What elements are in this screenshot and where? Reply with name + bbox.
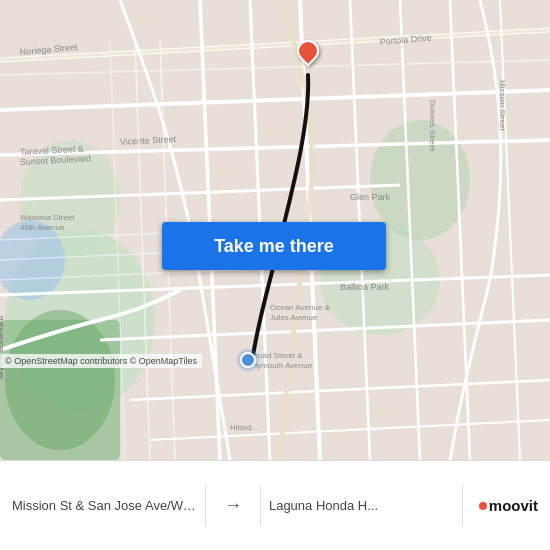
destination-pin bbox=[297, 40, 319, 62]
moovit-dot-icon bbox=[479, 502, 487, 510]
svg-text:Plymouth Avenue: Plymouth Avenue bbox=[250, 361, 313, 370]
map-area: Noriega Street Taraval Street & Sunset B… bbox=[0, 0, 550, 460]
direction-arrow-icon: → bbox=[224, 495, 242, 516]
bottom-bar: Mission St & San Jose Ave/Wel... → Lagun… bbox=[0, 460, 550, 550]
moovit-wordmark: moovit bbox=[489, 497, 538, 514]
svg-text:Jules Avenue: Jules Avenue bbox=[270, 313, 318, 322]
moovit-logo: moovit bbox=[479, 497, 538, 514]
current-location-dot bbox=[240, 352, 256, 368]
bar-separator-2 bbox=[260, 486, 261, 526]
bar-separator bbox=[205, 486, 206, 526]
svg-text:46th Avenue: 46th Avenue bbox=[20, 223, 65, 232]
destination-label: Laguna Honda H... bbox=[269, 498, 454, 513]
map-attribution: © OpenStreetMap contributors © OpenMapTi… bbox=[0, 354, 202, 368]
origin-section: Mission St & San Jose Ave/Wel... bbox=[12, 498, 197, 513]
svg-text:Dolores Street: Dolores Street bbox=[428, 100, 437, 152]
take-me-there-button[interactable]: Take me there bbox=[162, 222, 386, 270]
svg-text:Ocean Avenue &: Ocean Avenue & bbox=[270, 303, 331, 312]
svg-text:Mission Street: Mission Street bbox=[498, 80, 507, 131]
svg-text:Glen Park: Glen Park bbox=[350, 192, 391, 202]
svg-text:Broad Street &: Broad Street & bbox=[250, 351, 303, 360]
svg-text:Hillsid...: Hillsid... bbox=[230, 423, 258, 432]
app-container: Noriega Street Taraval Street & Sunset B… bbox=[0, 0, 550, 550]
bar-separator-3 bbox=[462, 486, 463, 526]
svg-text:Skyline Boulevard: Skyline Boulevard bbox=[0, 316, 5, 380]
origin-label: Mission St & San Jose Ave/Wel... bbox=[12, 498, 197, 513]
svg-text:Wawona Street: Wawona Street bbox=[20, 213, 75, 222]
svg-text:Balboa Park: Balboa Park bbox=[340, 282, 390, 292]
arrow-section: → bbox=[214, 495, 252, 516]
destination-section: Laguna Honda H... bbox=[269, 498, 454, 513]
